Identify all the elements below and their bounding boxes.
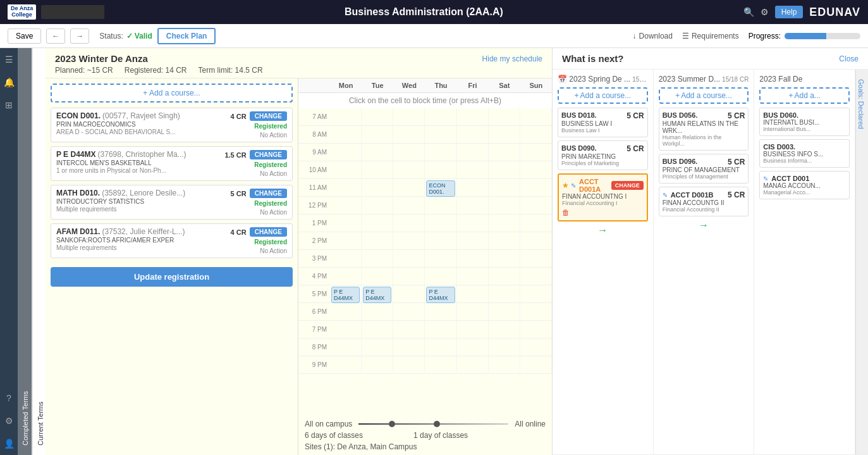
sites-info: Sites (1): De Anza, Main Campus — [305, 442, 546, 451]
toolbar: Save ← → Status: ✓ Valid Check Plan ↓ Do… — [0, 24, 868, 48]
term-limit-cr: Term limit: 14.5 CR — [199, 66, 263, 75]
cal-day-thu: Thu — [425, 82, 456, 89]
tab-current-terms[interactable]: Current Terms — [32, 48, 46, 455]
progress-area: Progress: — [749, 32, 860, 41]
schedule-body: + Add a course... ECON D001. (00577, Rav… — [46, 78, 552, 455]
search-icon[interactable]: 🔍 — [743, 7, 754, 17]
menu-icon[interactable]: ☰ — [5, 54, 13, 65]
schedule-title: 2023 Winter De Anza — [55, 53, 148, 64]
redo-button[interactable]: → — [70, 28, 89, 44]
class-days-row: 6 days of classes 1 day of classes — [305, 431, 546, 440]
top-nav: De Anza College Business Administration … — [0, 0, 868, 24]
add-course-fall-button[interactable]: + Add a... — [759, 87, 850, 104]
cal-day-fri: Fri — [457, 82, 489, 89]
what-next-title: What is next? — [562, 53, 624, 64]
tab-completed-terms[interactable]: Completed Terms — [18, 48, 32, 455]
tooltip-change-button[interactable]: CHANGE — [611, 181, 644, 190]
save-button[interactable]: Save — [8, 28, 41, 44]
course-name: SANKOFA:ROOTS AFRIC/AMER EXPER — [56, 237, 224, 244]
time-row-2pm: 2 PM — [298, 232, 552, 250]
add-course-button[interactable]: + Add a course... — [51, 84, 293, 103]
change-button[interactable]: CHANGE — [250, 150, 287, 159]
no-action-button[interactable]: No Action — [260, 209, 287, 216]
pencil-icon: ✎ — [763, 175, 768, 182]
requirements-button[interactable]: ☰ Requirements — [682, 32, 739, 41]
course-code: P E D44MX (37698, Christopher Ma...) — [56, 150, 224, 159]
registered-cr: Registered: 14 CR — [125, 66, 187, 75]
all-online: All online — [515, 420, 546, 428]
right-panel: What is next? Close 📅 2023 Spring De ...… — [552, 48, 868, 455]
help-button[interactable]: Help — [775, 6, 804, 18]
bell-icon[interactable]: 🔔 — [4, 77, 15, 87]
status-valid: ✓ Valid — [126, 32, 152, 41]
course-credits: 1.5 CR — [224, 151, 246, 159]
close-button[interactable]: Close — [839, 54, 859, 63]
add-course-summer-button[interactable]: + Add a course... — [659, 87, 749, 104]
user-avatar[interactable] — [41, 5, 104, 19]
change-button[interactable]: CHANGE — [250, 227, 287, 237]
course-right: 5 CR CHANGE Registered No Action — [224, 189, 287, 216]
change-button[interactable]: CHANGE — [250, 189, 287, 198]
main-layout: ☰ 🔔 ⊞ ? ⚙ 👤 Completed Terms Current Term… — [0, 48, 868, 455]
sequence-arrow: → — [659, 220, 749, 231]
time-row-11am: 11 AM ECON D001. — [298, 179, 552, 197]
course-name: PRIN MACROECONOMICS — [56, 121, 224, 128]
course-list: + Add a course... ECON D001. (00577, Rav… — [46, 78, 298, 455]
no-action-button[interactable]: No Action — [260, 132, 287, 139]
pencil-icon: ✎ — [571, 182, 576, 189]
course-req: Multiple requirements — [56, 206, 224, 213]
cal-day-wed: Wed — [393, 82, 425, 89]
plus-icon: + — [574, 91, 578, 100]
calendar-grid[interactable]: 7 AM 8 AM 9 AM 10 AM 11 AM ECON D001. — [298, 108, 552, 416]
goals-tab[interactable]: Goals: Declared — [855, 70, 868, 454]
hide-schedule-button[interactable]: Hide my schedule — [482, 54, 542, 63]
course-info: MATH D010. (35892, Lenore Desile...) INT… — [56, 189, 224, 213]
deanza-logo: De Anza College — [8, 4, 36, 20]
settings-icon[interactable]: ⚙ — [5, 416, 13, 426]
trash-button[interactable]: 🗑 — [562, 208, 570, 217]
vertical-tabs: Completed Terms Current Terms — [18, 48, 46, 455]
course-code: AFAM D011. (37532, Julie Keiffer-L...) — [56, 227, 224, 236]
change-button[interactable]: CHANGE — [250, 111, 287, 121]
term-fall: 2023 Fall De + Add a... BUS D060. INTERN… — [754, 70, 855, 454]
calendar-section: Mon Tue Wed Thu Fri Sat Sun Click on the… — [298, 78, 552, 455]
plus-icon: + — [788, 91, 793, 100]
time-col-header — [298, 82, 330, 89]
gear-icon[interactable]: ⚙ — [761, 7, 769, 17]
term-spring: 📅 2023 Spring De ... 15/18 CR + Add a co… — [553, 70, 654, 454]
person-icon[interactable]: 👤 — [4, 439, 15, 449]
course-credits: 4 CR — [231, 228, 247, 236]
time-row-3pm: 3 PM — [298, 250, 552, 268]
status-area: Status: ✓ Valid — [99, 32, 152, 41]
no-action-button[interactable]: No Action — [260, 170, 287, 177]
one-day: 1 day of classes — [413, 431, 468, 440]
registered-badge: Registered — [254, 123, 287, 130]
grid-icon[interactable]: ⊞ — [5, 100, 13, 110]
course-item: AFAM D011. (37532, Julie Keiffer-L...) S… — [51, 223, 293, 258]
timeline-row: All on campus All online — [305, 420, 546, 428]
undo-button[interactable]: ← — [46, 28, 65, 44]
no-action-button[interactable]: No Action — [260, 247, 287, 254]
sequence-arrow: → — [558, 225, 648, 236]
course-req: Multiple requirements — [56, 244, 224, 251]
check-plan-button[interactable]: Check Plan — [157, 28, 216, 44]
course-credits: 4 CR — [231, 113, 247, 120]
progress-label: Progress: — [749, 32, 781, 41]
update-registration-button[interactable]: Update registration — [51, 267, 293, 287]
course-right: 4 CR CHANGE Registered No Action — [224, 111, 287, 139]
term-summer: 2023 Summer D... 15/18 CR + Add a course… — [654, 70, 755, 454]
progress-bar — [785, 33, 860, 39]
course-name: INTRODUCTORY STATISTICS — [56, 198, 224, 205]
star-button[interactable]: ★ — [562, 181, 569, 190]
calendar-header: Mon Tue Wed Thu Fri Sat Sun — [298, 78, 552, 93]
course-right: 1.5 CR CHANGE Registered No Action — [224, 150, 287, 177]
add-course-spring-button[interactable]: + Add a course... — [558, 87, 648, 104]
course-credits: 5 CR — [231, 190, 247, 197]
time-row-7am: 7 AM — [298, 108, 552, 126]
course-item: MATH D010. (35892, Lenore Desile...) INT… — [51, 185, 293, 220]
course-req: AREA D - SOCIAL AND BEHAVIORAL S... — [56, 128, 224, 135]
download-button[interactable]: ↓ Download — [633, 32, 673, 41]
course-info: AFAM D011. (37532, Julie Keiffer-L...) S… — [56, 227, 224, 251]
question-icon[interactable]: ? — [6, 393, 11, 403]
course-info: P E D44MX (37698, Christopher Ma...) INT… — [56, 150, 224, 174]
